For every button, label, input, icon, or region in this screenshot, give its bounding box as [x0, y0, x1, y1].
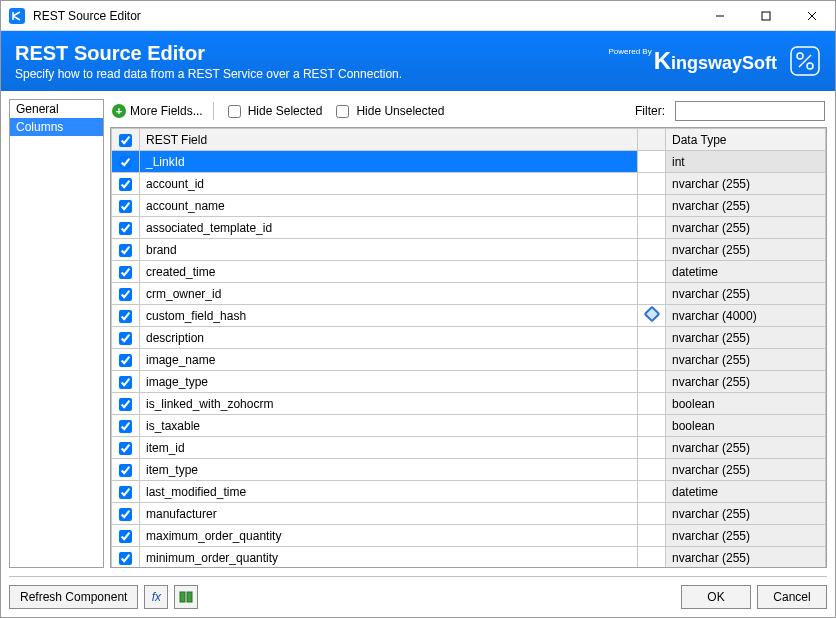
row-type[interactable]: nvarchar (255) — [666, 173, 826, 195]
header-rest-field[interactable]: REST Field — [140, 129, 638, 151]
table-row[interactable]: minimum_order_quantitynvarchar (255) — [112, 547, 826, 568]
row-type[interactable]: nvarchar (255) — [666, 283, 826, 305]
row-type[interactable]: int — [666, 151, 826, 173]
table-row[interactable]: crm_owner_idnvarchar (255) — [112, 283, 826, 305]
row-type[interactable]: nvarchar (255) — [666, 239, 826, 261]
row-checkbox[interactable] — [119, 420, 132, 433]
maximize-button[interactable] — [743, 1, 789, 31]
row-checkbox[interactable] — [119, 376, 132, 389]
ok-button[interactable]: OK — [681, 585, 751, 609]
more-fields-button[interactable]: + More Fields... — [112, 104, 203, 118]
row-type[interactable]: nvarchar (255) — [666, 525, 826, 547]
table-row[interactable]: last_modified_timedatetime — [112, 481, 826, 503]
row-type-icon — [638, 261, 666, 283]
row-field[interactable]: image_name — [140, 349, 638, 371]
plus-icon: + — [112, 104, 126, 118]
row-type[interactable]: nvarchar (255) — [666, 371, 826, 393]
row-field[interactable]: last_modified_time — [140, 481, 638, 503]
table-row[interactable]: custom_field_hashnvarchar (4000) — [112, 305, 826, 327]
header-data-type[interactable]: Data Type — [666, 129, 826, 151]
row-field[interactable]: crm_owner_id — [140, 283, 638, 305]
row-type[interactable]: nvarchar (255) — [666, 437, 826, 459]
hide-unselected-checkbox[interactable]: Hide Unselected — [332, 102, 444, 121]
row-field[interactable]: account_id — [140, 173, 638, 195]
columns-button[interactable] — [174, 585, 198, 609]
row-type[interactable]: datetime — [666, 261, 826, 283]
table-row[interactable]: associated_template_idnvarchar (255) — [112, 217, 826, 239]
row-type[interactable]: datetime — [666, 481, 826, 503]
table-row[interactable]: image_typenvarchar (255) — [112, 371, 826, 393]
row-type[interactable]: boolean — [666, 393, 826, 415]
table-row[interactable]: image_namenvarchar (255) — [112, 349, 826, 371]
row-checkbox[interactable] — [119, 178, 132, 191]
table-row[interactable]: _LinkIdint — [112, 151, 826, 173]
row-field[interactable]: maximum_order_quantity — [140, 525, 638, 547]
row-type[interactable]: boolean — [666, 415, 826, 437]
row-checkbox[interactable] — [119, 244, 132, 257]
row-type[interactable]: nvarchar (255) — [666, 503, 826, 525]
row-checkbox[interactable] — [119, 354, 132, 367]
row-field[interactable]: created_time — [140, 261, 638, 283]
hide-selected-checkbox[interactable]: Hide Selected — [224, 102, 323, 121]
table-row[interactable]: created_timedatetime — [112, 261, 826, 283]
row-field[interactable]: is_linked_with_zohocrm — [140, 393, 638, 415]
row-field[interactable]: _LinkId — [140, 151, 638, 173]
toolbar-divider — [213, 102, 214, 120]
select-all-checkbox[interactable] — [119, 134, 132, 147]
row-type[interactable]: nvarchar (255) — [666, 459, 826, 481]
row-field[interactable]: minimum_order_quantity — [140, 547, 638, 568]
refresh-component-button[interactable]: Refresh Component — [9, 585, 138, 609]
brand-logo: Powered By K ingswaySoft — [609, 47, 778, 75]
row-field[interactable]: is_taxable — [140, 415, 638, 437]
row-checkbox[interactable] — [119, 288, 132, 301]
row-checkbox[interactable] — [119, 156, 132, 169]
row-type[interactable]: nvarchar (4000) — [666, 305, 826, 327]
minimize-button[interactable] — [697, 1, 743, 31]
hide-unselected-input[interactable] — [336, 105, 349, 118]
row-type-icon — [638, 217, 666, 239]
row-type[interactable]: nvarchar (255) — [666, 349, 826, 371]
row-field[interactable]: description — [140, 327, 638, 349]
function-button[interactable]: fx — [144, 585, 168, 609]
sidebar-item-general[interactable]: General — [10, 100, 103, 118]
row-checkbox[interactable] — [119, 222, 132, 235]
row-type[interactable]: nvarchar (255) — [666, 217, 826, 239]
row-checkbox[interactable] — [119, 332, 132, 345]
row-field[interactable]: item_type — [140, 459, 638, 481]
row-field[interactable]: account_name — [140, 195, 638, 217]
table-row[interactable]: item_typenvarchar (255) — [112, 459, 826, 481]
table-row[interactable]: account_idnvarchar (255) — [112, 173, 826, 195]
row-checkbox[interactable] — [119, 552, 132, 565]
table-row[interactable]: brandnvarchar (255) — [112, 239, 826, 261]
table-row[interactable]: manufacturernvarchar (255) — [112, 503, 826, 525]
row-checkbox[interactable] — [119, 266, 132, 279]
table-row[interactable]: item_idnvarchar (255) — [112, 437, 826, 459]
row-checkbox[interactable] — [119, 398, 132, 411]
sidebar-item-columns[interactable]: Columns — [10, 118, 103, 136]
row-type[interactable]: nvarchar (255) — [666, 195, 826, 217]
row-checkbox[interactable] — [119, 508, 132, 521]
hide-selected-input[interactable] — [228, 105, 241, 118]
close-button[interactable] — [789, 1, 835, 31]
row-type[interactable]: nvarchar (255) — [666, 547, 826, 568]
row-checkbox[interactable] — [119, 200, 132, 213]
row-field[interactable]: item_id — [140, 437, 638, 459]
row-type[interactable]: nvarchar (255) — [666, 327, 826, 349]
table-row[interactable]: account_namenvarchar (255) — [112, 195, 826, 217]
row-checkbox[interactable] — [119, 442, 132, 455]
row-checkbox[interactable] — [119, 530, 132, 543]
row-checkbox[interactable] — [119, 486, 132, 499]
table-row[interactable]: is_taxableboolean — [112, 415, 826, 437]
filter-input[interactable] — [675, 101, 825, 121]
cancel-button[interactable]: Cancel — [757, 585, 827, 609]
table-row[interactable]: descriptionnvarchar (255) — [112, 327, 826, 349]
row-field[interactable]: custom_field_hash — [140, 305, 638, 327]
row-field[interactable]: image_type — [140, 371, 638, 393]
row-checkbox[interactable] — [119, 464, 132, 477]
table-row[interactable]: maximum_order_quantitynvarchar (255) — [112, 525, 826, 547]
row-checkbox[interactable] — [119, 310, 132, 323]
table-row[interactable]: is_linked_with_zohocrmboolean — [112, 393, 826, 415]
row-field[interactable]: manufacturer — [140, 503, 638, 525]
row-field[interactable]: brand — [140, 239, 638, 261]
row-field[interactable]: associated_template_id — [140, 217, 638, 239]
